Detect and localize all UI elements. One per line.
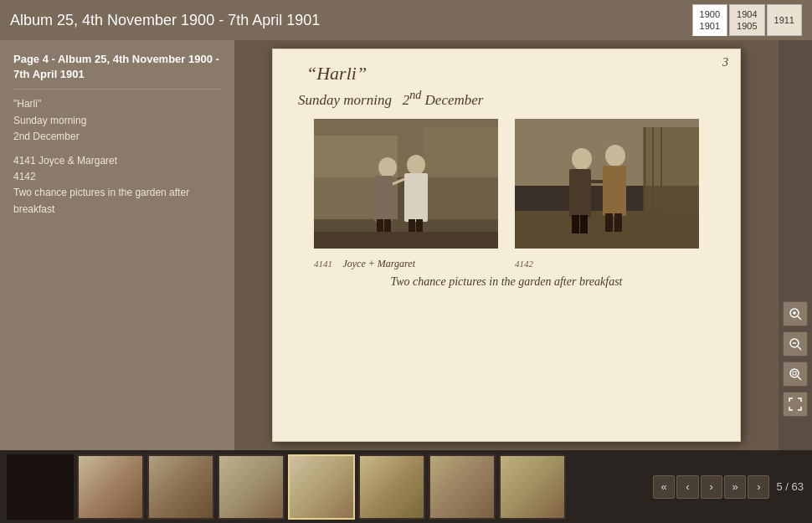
svg-line-32: [798, 316, 801, 320]
tab-1900-1901[interactable]: 19001901: [692, 4, 727, 37]
svg-point-26: [605, 145, 625, 167]
sidebar: Page 4 - Album 25, 4th November 1900 -7t…: [0, 40, 234, 450]
current-page: 5: [776, 480, 782, 493]
photo-4142: [515, 119, 699, 249]
photo-4141: [314, 119, 498, 249]
svg-point-9: [407, 155, 425, 175]
header-title: Album 25, 4th November 1900 - 7th April …: [10, 12, 320, 29]
svg-point-5: [378, 157, 397, 177]
tab-1911[interactable]: 1911: [767, 4, 802, 37]
svg-rect-6: [374, 176, 393, 222]
header: Album 25, 4th November 1900 - 7th April …: [0, 0, 812, 40]
zoom-in-icon: [789, 307, 802, 320]
next-page-button[interactable]: ›: [701, 475, 722, 499]
tab-group: 19001901 19041905 1911: [692, 4, 802, 37]
sidebar-page-title: Page 4 - Album 25, 4th November 1900 -7t…: [13, 52, 221, 82]
svg-line-36: [798, 346, 801, 350]
sidebar-caption-title: "Harli": [13, 96, 221, 112]
svg-rect-14: [314, 232, 498, 249]
album-bottom-caption: Two chance pictures in the garden after …: [391, 275, 623, 288]
svg-rect-40: [793, 372, 796, 375]
thumbnail-3[interactable]: [147, 454, 214, 520]
zoom-out-icon: [789, 337, 802, 351]
next-single-button[interactable]: ›: [748, 475, 769, 499]
thumbnail-2[interactable]: [77, 454, 144, 520]
main-area: Page 4 - Album 25, 4th November 1900 -7t…: [0, 40, 812, 450]
first-page-button[interactable]: «: [653, 475, 675, 499]
zoom-in-button[interactable]: [783, 301, 808, 326]
svg-line-39: [798, 377, 801, 380]
photo-4142-image: [515, 119, 699, 249]
last-page-button[interactable]: »: [724, 475, 746, 499]
filmstrip: [0, 450, 653, 523]
thumbnail-7[interactable]: [429, 454, 496, 520]
zoom-controls: [779, 40, 812, 450]
svg-rect-23: [569, 169, 591, 218]
album-date-handwriting: Sunday morning 2nd December: [290, 88, 723, 109]
thumbnail-5[interactable]: [288, 454, 355, 520]
fit-icon: [789, 367, 802, 381]
album-page-number: 3: [722, 56, 728, 69]
tab-1904-1905[interactable]: 19041905: [729, 4, 764, 37]
svg-rect-29: [614, 213, 622, 232]
caption-text-4141: Joyce + Margaret: [342, 258, 415, 269]
svg-rect-24: [572, 215, 579, 233]
svg-point-38: [790, 369, 799, 377]
svg-point-22: [572, 148, 592, 170]
fullscreen-icon: [789, 397, 802, 411]
album-page: 3 “Harli” Sunday morning 2nd December: [272, 49, 741, 442]
thumbnail-1[interactable]: [7, 454, 74, 520]
caption-number-4142: 4142: [515, 259, 533, 269]
svg-rect-10: [404, 173, 428, 222]
bottom-bar: « ‹ › » › 5 / 63: [0, 450, 812, 523]
svg-rect-27: [603, 166, 626, 216]
sidebar-caption-section: "Harli" Sunday morning 2nd December: [13, 96, 221, 145]
thumbnail-4[interactable]: [218, 454, 285, 520]
svg-rect-28: [605, 213, 613, 232]
svg-rect-25: [580, 215, 588, 233]
navigation-controls: « ‹ › » › 5 / 63: [653, 475, 812, 499]
thumbnail-6[interactable]: [358, 454, 425, 520]
caption-number-4141: 4141: [314, 259, 332, 269]
sidebar-photo-numbers: 4141 Joyce & Margaret4142: [13, 153, 221, 185]
photo-4141-image: [314, 119, 498, 249]
prev-page-button[interactable]: ‹: [676, 475, 698, 499]
thumbnail-8[interactable]: [499, 454, 566, 520]
fullscreen-button[interactable]: [783, 392, 808, 417]
sidebar-photo-section: 4141 Joyce & Margaret4142 Two chance pic…: [13, 153, 221, 218]
sidebar-photo-description: Two chance pictures in the garden after …: [13, 185, 221, 217]
page-viewer: 3 “Harli” Sunday morning 2nd December: [234, 40, 779, 450]
sidebar-caption-date: 2nd December: [13, 129, 221, 145]
photos-row: [290, 119, 723, 249]
sidebar-caption-time: Sunday morning: [13, 113, 221, 129]
svg-rect-4: [423, 127, 498, 219]
zoom-out-button[interactable]: [783, 331, 808, 356]
page-indicator: 5 / 63: [776, 480, 804, 493]
album-title-handwriting: “Harli”: [290, 63, 723, 85]
total-pages: 63: [792, 480, 804, 493]
fit-page-button[interactable]: [783, 361, 808, 387]
